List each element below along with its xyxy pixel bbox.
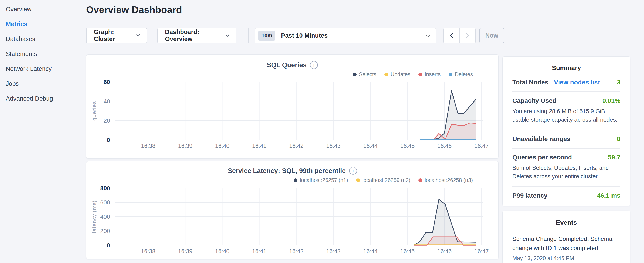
- svg-text:16:39: 16:39: [178, 143, 192, 149]
- graph-scope-dropdown-label: Graph: Cluster: [94, 29, 132, 43]
- chevron-down-icon: [426, 33, 430, 37]
- sql-queries-chart-card: SQL QueriesiSelectsUpdatesInsertsDeletes…: [86, 55, 498, 158]
- svg-text:16:47: 16:47: [474, 248, 489, 254]
- summary-panel: Summary Total NodesView nodes list3Capac…: [502, 56, 630, 206]
- svg-text:16:42: 16:42: [289, 248, 304, 254]
- svg-text:16:47: 16:47: [474, 143, 489, 149]
- summary-row: Capacity Used0.01%You are using 28.6 MiB…: [512, 92, 620, 130]
- svg-text:16:39: 16:39: [178, 248, 192, 254]
- svg-text:16:41: 16:41: [252, 248, 266, 254]
- chevron-down-icon: [136, 33, 140, 36]
- summary-row-value: 0.01%: [602, 97, 620, 104]
- svg-text:16:43: 16:43: [326, 143, 340, 149]
- events-panel: Events Schema Change Completed: Schema c…: [502, 211, 630, 263]
- sidebar-item-advanced-debug[interactable]: Advanced Debug: [6, 91, 53, 106]
- svg-text:16:46: 16:46: [437, 143, 452, 149]
- summary-rows: Total NodesView nodes list3Capacity Used…: [512, 74, 620, 205]
- dashboard-dropdown[interactable]: Dashboard: Overview: [157, 28, 236, 43]
- chevron-right-icon: [464, 33, 469, 38]
- svg-text:16:43: 16:43: [326, 248, 340, 254]
- chart-plot: 16:3816:3916:4016:4116:4216:4316:4416:45…: [86, 161, 499, 259]
- now-button[interactable]: Now: [480, 28, 504, 43]
- summary-row: Queries per second59.7Sum of Selects, Up…: [512, 148, 620, 186]
- time-range-picker[interactable]: 10m Past 10 Minutes: [255, 28, 436, 43]
- sidebar-item-overview[interactable]: Overview: [6, 2, 53, 17]
- svg-text:16:44: 16:44: [363, 248, 378, 254]
- svg-text:16:41: 16:41: [252, 143, 266, 149]
- graph-scope-dropdown[interactable]: Graph: Cluster: [86, 28, 147, 43]
- svg-text:16:38: 16:38: [141, 248, 156, 254]
- svg-text:400: 400: [100, 213, 110, 220]
- toolbar: Graph: Cluster Dashboard: Overview 10m P…: [86, 28, 532, 43]
- sidebar-item-network-latency[interactable]: Network Latency: [6, 61, 53, 76]
- summary-title: Summary: [512, 61, 620, 74]
- event-timestamp: May 13, 2020 at 4:45 PM: [512, 255, 620, 261]
- time-range-label: Past 10 Minutes: [281, 32, 328, 39]
- summary-row-label: Total Nodes: [512, 79, 548, 86]
- svg-text:16:38: 16:38: [141, 143, 156, 149]
- chart-plot: 16:3816:3916:4016:4116:4216:4316:4416:45…: [86, 55, 499, 159]
- summary-row-label: Queries per second: [512, 154, 572, 161]
- summary-row-label: P99 latency: [512, 192, 548, 199]
- summary-row: P99 latency46.1 ms: [512, 186, 620, 205]
- svg-text:40: 40: [104, 98, 110, 105]
- svg-text:16:45: 16:45: [400, 143, 415, 149]
- svg-text:800: 800: [100, 185, 110, 191]
- summary-row-label: Capacity Used: [512, 97, 556, 104]
- event-text: Schema Change Completed: Schema change w…: [512, 234, 620, 253]
- svg-text:600: 600: [100, 199, 110, 206]
- summary-row-subtext: You are using 28.6 MiB of 515.9 GiB usab…: [512, 107, 620, 124]
- events-title: Events: [512, 215, 620, 228]
- events-list: Schema Change Completed: Schema change w…: [512, 234, 620, 261]
- summary-row-label: Unavailable ranges: [512, 135, 570, 143]
- service-latency-chart-card: Service Latency: SQL, 99th percentileilo…: [86, 161, 498, 259]
- time-range-badge: 10m: [258, 31, 275, 41]
- chevron-left-icon: [450, 33, 455, 38]
- page-title: Overview Dashboard: [86, 4, 182, 15]
- svg-text:16:46: 16:46: [437, 248, 452, 254]
- summary-row-value: 3: [617, 79, 620, 86]
- sidebar-item-jobs[interactable]: Jobs: [6, 76, 53, 91]
- summary-row-value: 0: [617, 135, 620, 143]
- svg-text:16:44: 16:44: [363, 143, 378, 149]
- summary-row: Total NodesView nodes list3: [512, 74, 620, 92]
- sidebar-item-metrics[interactable]: Metrics: [6, 17, 53, 32]
- sidebar: OverviewMetricsDatabasesStatementsNetwor…: [0, 0, 85, 263]
- summary-row: Unavailable ranges0: [512, 130, 620, 148]
- svg-text:16:42: 16:42: [289, 143, 304, 149]
- summary-row-subtext: Sum of Selects, Updates, Inserts, and De…: [512, 164, 620, 181]
- svg-text:0: 0: [107, 242, 110, 248]
- svg-text:16:40: 16:40: [215, 248, 230, 254]
- summary-row-value: 59.7: [608, 154, 620, 161]
- svg-text:queries: queries: [91, 101, 97, 121]
- summary-row-value: 46.1 ms: [597, 192, 620, 199]
- time-step-buttons: [443, 28, 476, 43]
- svg-text:20: 20: [104, 117, 110, 124]
- svg-text:16:40: 16:40: [215, 143, 230, 149]
- chevron-down-icon: [226, 33, 230, 37]
- svg-text:latency (ms): latency (ms): [91, 200, 97, 233]
- svg-text:0: 0: [107, 137, 110, 143]
- toolbar-divider: [248, 28, 249, 43]
- svg-text:60: 60: [104, 79, 110, 85]
- sidebar-item-databases[interactable]: Databases: [6, 32, 53, 46]
- sidebar-nav: OverviewMetricsDatabasesStatementsNetwor…: [6, 2, 53, 106]
- view-nodes-list-link[interactable]: View nodes list: [554, 79, 600, 86]
- svg-text:200: 200: [100, 228, 110, 234]
- svg-text:16:45: 16:45: [400, 248, 415, 254]
- dashboard-dropdown-label: Dashboard: Overview: [165, 29, 221, 43]
- time-step-back-button[interactable]: [443, 28, 460, 43]
- sidebar-item-statements[interactable]: Statements: [6, 46, 53, 61]
- time-step-forward-button[interactable]: [460, 28, 476, 43]
